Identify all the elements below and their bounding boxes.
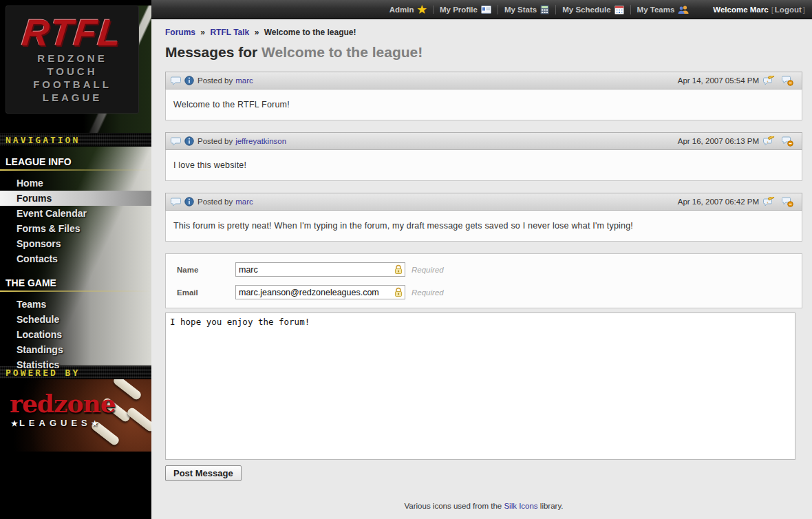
redzone-leagues-label: ★LEAGUES★ [11,418,100,428]
sidebar-item-event-calendar[interactable]: Event Calendar [0,206,151,221]
topbar-my-teams[interactable]: My Teams [630,5,696,14]
main-content: Forums » RTFL Talk » Welcome to the leag… [151,19,812,519]
message-textarea[interactable]: I hope you enjoy the forum! [165,313,795,460]
info-icon[interactable] [184,136,194,146]
comment-delete-icon[interactable] [782,76,793,86]
vcard-icon [481,6,491,14]
breadcrumb: Forums » RTFL Talk » Welcome to the leag… [165,28,802,37]
comment-edit-icon[interactable] [763,76,775,86]
calculator-icon [540,5,549,14]
email-input[interactable] [235,285,405,299]
rtfl-logo-acronym: RTFL [4,13,140,52]
author-link[interactable]: marc [235,76,253,85]
rtfl-logo-line: LEAGUE [6,91,138,104]
topbar-my-profile[interactable]: My Profile [433,6,498,14]
info-icon[interactable] [184,197,194,206]
footer: Various icons used from the Silk Icons l… [165,498,802,519]
sidebar-menu: LEAGUE INFO Home Forums Event Calendar F… [0,147,151,366]
logout-link[interactable]: Logout [773,6,803,14]
comment-edit-icon[interactable] [763,136,775,147]
page-title-topic: Welcome to the league! [261,44,423,60]
logout-bracket: ] [803,6,805,14]
comment-delete-icon[interactable] [782,136,793,147]
sidebar-item-schedule[interactable]: Schedule [0,312,151,327]
breadcrumb-separator: » [197,28,208,37]
sidebar-item-forms-files[interactable]: Forms & Files [0,221,151,236]
topbar-my-stats[interactable]: My Stats [498,5,555,14]
comment-icon[interactable] [171,198,181,206]
sidebar-item-home[interactable]: Home [0,176,151,191]
message-body: This forum is pretty neat! When I'm typi… [165,211,802,242]
message-header: Posted by marc Apr 14, 2007 05:54 PM [165,72,802,89]
message-header: Posted by jeffreyatkinson Apr 16, 2007 0… [165,132,802,150]
breadcrumb-forums[interactable]: Forums [165,28,195,37]
posted-by-label: Posted by [197,137,233,145]
email-label: Email [177,288,235,297]
sidebar-item-teams[interactable]: Teams [0,297,151,312]
post-form: Name Required Email Required [165,253,802,308]
name-row: Name Required [177,262,802,277]
section-title-league-info: LEAGUE INFO [0,153,151,167]
topbar-my-schedule[interactable]: My Schedule [555,5,630,14]
message-body: Welcome to the RTFL Forum! [165,89,802,120]
message-date: Apr 14, 2007 05:54 PM [678,76,759,85]
comment-delete-icon[interactable] [782,197,793,207]
topbar-admin[interactable]: Admin ★ [383,5,433,14]
sidebar: RTFL REDZONE TOUCH FOOTBALL LEAGUE NAVIG… [0,0,151,519]
forum-message: Posted by jeffreyatkinson Apr 16, 2007 0… [165,132,802,181]
email-row: Email Required [177,285,802,299]
posted-by-label: Posted by [197,198,233,206]
football-lace [112,379,142,401]
message-actions [763,76,797,86]
footer-line-icons: Various icons used from the Silk Icons l… [165,498,802,514]
sidebar-item-contacts[interactable]: Contacts [0,251,151,266]
sidebar-item-standings[interactable]: Standings [0,342,151,357]
lock-icon [394,287,403,297]
required-label: Required [412,288,444,297]
rtfl-logo[interactable]: RTFL REDZONE TOUCH FOOTBALL LEAGUE [6,6,139,114]
topbar: Admin ★ My Profile My Stats My Schedule … [151,0,812,19]
footer-line-menu: DHTML / JavaScript Menu by TwinHelix Des… [165,514,802,519]
star-glyph: ★ [92,419,100,427]
info-icon[interactable] [184,76,194,85]
rtfl-logo-line: FOOTBALL [6,78,138,91]
rtfl-logo-line: TOUCH [6,65,138,78]
post-message-button[interactable]: Post Message [165,465,242,481]
sidebar-item-forums[interactable]: Forums [0,191,151,206]
lock-icon [394,264,403,275]
sidebar-item-sponsors[interactable]: Sponsors [0,236,151,251]
sidebar-item-locations[interactable]: Locations [0,327,151,342]
group-icon [678,5,689,14]
author-link[interactable]: jeffreyatkinson [235,137,286,145]
section-rule [0,290,151,292]
message-actions [763,197,797,207]
section-rule [0,169,151,171]
comment-icon[interactable] [171,76,181,85]
page-title: Messages for Welcome to the league! [165,44,802,61]
section-title-the-game: THE GAME [0,275,151,288]
breadcrumb-rtfl-talk[interactable]: RTFL Talk [210,28,249,37]
name-label: Name [177,266,235,274]
star-glyph: ★ [11,419,19,427]
calendar-icon [615,5,624,14]
message-date: Apr 16, 2007 06:42 PM [678,198,759,206]
name-input[interactable] [235,262,405,277]
silk-icons-link[interactable]: Silk Icons [504,502,537,510]
comment-icon[interactable] [171,137,181,146]
message-header: Posted by marc Apr 16, 2007 06:42 PM [165,193,802,211]
message-actions [763,136,797,147]
comment-edit-icon[interactable] [763,197,775,207]
rtfl-logo-line: REDZONE [6,52,138,65]
posted-by-label: Posted by [197,76,233,85]
breadcrumb-current: Welcome to the league! [264,28,356,37]
star-icon: ★ [418,5,427,14]
message-date: Apr 16, 2007 06:13 PM [678,137,759,145]
redzone-leagues-logo[interactable]: redzone ★LEAGUES★ [0,379,151,452]
sidebar-logo-area: RTFL REDZONE TOUCH FOOTBALL LEAGUE [0,6,151,133]
welcome-text: Welcome Marc [710,6,771,14]
author-link[interactable]: marc [235,198,253,206]
navigation-banner: NAVIGATION [0,133,151,147]
powered-by-banner: POWERED BY [0,366,151,379]
forum-message: Posted by marc Apr 16, 2007 06:42 PM Thi… [165,193,802,242]
football-lace [126,406,151,433]
